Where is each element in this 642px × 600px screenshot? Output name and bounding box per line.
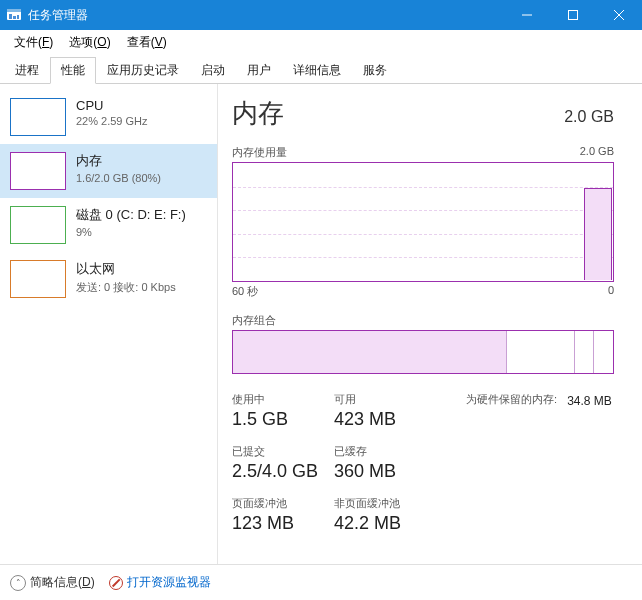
menu-options[interactable]: 选项(O) — [61, 32, 118, 53]
available-value: 423 MB — [334, 409, 454, 430]
sidebar: CPU 22% 2.59 GHz 内存 1.6/2.0 GB (80%) 磁盘 … — [0, 84, 218, 564]
tab-3[interactable]: 启动 — [190, 57, 236, 84]
content: CPU 22% 2.59 GHz 内存 1.6/2.0 GB (80%) 磁盘 … — [0, 84, 642, 564]
sidebar-item-sub: 1.6/2.0 GB (80%) — [76, 172, 161, 184]
sidebar-item-net[interactable]: 以太网 发送: 0 接收: 0 Kbps — [0, 252, 217, 306]
tab-4[interactable]: 用户 — [236, 57, 282, 84]
mem-thumb-icon — [10, 152, 66, 190]
memory-capacity: 2.0 GB — [564, 108, 614, 126]
menubar: 文件(F) 选项(O) 查看(V) — [0, 30, 642, 54]
sidebar-item-sub: 22% 2.59 GHz — [76, 115, 148, 127]
footer: ˄ 简略信息(D) 打开资源监视器 — [0, 564, 642, 600]
usage-graph-max: 2.0 GB — [580, 145, 614, 160]
paged-value: 123 MB — [232, 513, 324, 534]
nonpaged-value: 42.2 MB — [334, 513, 454, 534]
cached-label: 已缓存 — [334, 444, 454, 459]
sidebar-item-sub: 9% — [76, 226, 186, 238]
open-resource-monitor-link[interactable]: 打开资源监视器 — [109, 574, 211, 591]
resource-monitor-icon — [109, 576, 123, 590]
cached-value: 360 MB — [334, 461, 454, 482]
svg-rect-2 — [9, 14, 12, 19]
menu-view[interactable]: 查看(V) — [119, 32, 175, 53]
available-label: 可用 — [334, 392, 454, 407]
sidebar-item-cpu[interactable]: CPU 22% 2.59 GHz — [0, 90, 217, 144]
hw-reserved-value: 34.8 MB — [567, 394, 614, 408]
sidebar-item-title: 以太网 — [76, 260, 176, 278]
committed-value: 2.5/4.0 GB — [232, 461, 324, 482]
titlebar: 任务管理器 — [0, 0, 642, 30]
menu-file[interactable]: 文件(F) — [6, 32, 61, 53]
graph-x-right: 0 — [608, 284, 614, 299]
chevron-up-icon: ˄ — [10, 575, 26, 591]
paged-label: 页面缓冲池 — [232, 496, 324, 511]
app-icon — [6, 7, 22, 23]
maximize-button[interactable] — [550, 0, 596, 30]
hw-reserved-label: 为硬件保留的内存: — [464, 392, 557, 407]
tab-strip: 进程性能应用历史记录启动用户详细信息服务 — [0, 56, 642, 84]
sidebar-item-title: 内存 — [76, 152, 161, 170]
graph-x-left: 60 秒 — [232, 284, 258, 299]
in-use-label: 使用中 — [232, 392, 324, 407]
disk-thumb-icon — [10, 206, 66, 244]
net-thumb-icon — [10, 260, 66, 298]
main-panel: 内存 2.0 GB 内存使用量 2.0 GB 60 秒 0 内存组合 使用中1.… — [218, 84, 642, 564]
svg-rect-6 — [569, 11, 578, 20]
minimize-button[interactable] — [504, 0, 550, 30]
nonpaged-label: 非页面缓冲池 — [334, 496, 454, 511]
usage-graph-fill — [584, 188, 612, 280]
tab-5[interactable]: 详细信息 — [282, 57, 352, 84]
sidebar-item-mem[interactable]: 内存 1.6/2.0 GB (80%) — [0, 144, 217, 198]
composition-graph[interactable] — [232, 330, 614, 374]
svg-rect-4 — [17, 15, 19, 19]
sidebar-item-title: 磁盘 0 (C: D: E: F:) — [76, 206, 186, 224]
window-title: 任务管理器 — [28, 7, 504, 24]
tab-2[interactable]: 应用历史记录 — [96, 57, 190, 84]
composition-label: 内存组合 — [232, 313, 276, 328]
svg-rect-3 — [13, 16, 16, 19]
fewer-details-link[interactable]: ˄ 简略信息(D) — [10, 574, 95, 591]
close-button[interactable] — [596, 0, 642, 30]
tab-1[interactable]: 性能 — [50, 57, 96, 84]
tab-6[interactable]: 服务 — [352, 57, 398, 84]
page-title: 内存 — [232, 96, 284, 131]
committed-label: 已提交 — [232, 444, 324, 459]
cpu-thumb-icon — [10, 98, 66, 136]
sidebar-item-sub: 发送: 0 接收: 0 Kbps — [76, 280, 176, 295]
tab-0[interactable]: 进程 — [4, 57, 50, 84]
in-use-value: 1.5 GB — [232, 409, 324, 430]
sidebar-item-title: CPU — [76, 98, 148, 113]
usage-graph-label: 内存使用量 — [232, 145, 287, 160]
svg-rect-1 — [7, 9, 21, 12]
sidebar-item-disk[interactable]: 磁盘 0 (C: D: E: F:) 9% — [0, 198, 217, 252]
usage-graph[interactable] — [232, 162, 614, 282]
stats-grid: 使用中1.5 GB 可用423 MB 为硬件保留的内存: 34.8 MB 已提交… — [232, 392, 614, 534]
